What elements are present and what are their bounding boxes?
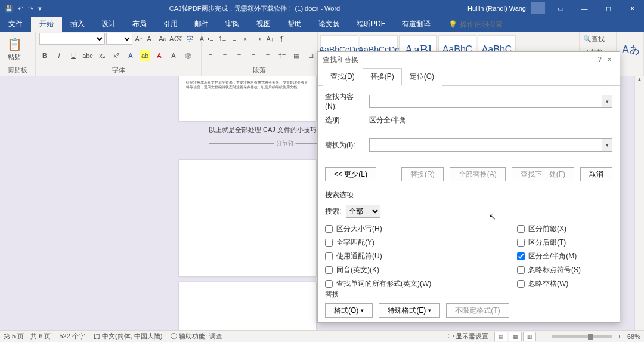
chk-fullhalf[interactable]: 区分全/半角(M) — [517, 251, 612, 261]
chk-whole-word[interactable]: 全字匹配(Y) — [325, 238, 517, 248]
tab-references[interactable]: 引用 — [155, 17, 186, 32]
chk-match-case[interactable]: 区分大小写(H) — [325, 224, 517, 234]
format-button[interactable]: 格式(O)▾ — [325, 303, 373, 318]
tab-help[interactable]: 帮助 — [279, 17, 310, 32]
bold-button[interactable]: B — [39, 50, 50, 61]
char-shading-button[interactable]: A — [168, 50, 179, 61]
strike-button[interactable]: abc — [82, 50, 93, 61]
sort-button[interactable]: A↓ — [265, 33, 275, 45]
find-next-button[interactable]: 查找下一处(F) — [512, 167, 574, 181]
tab-foxit[interactable]: 福昕PDF — [348, 17, 394, 32]
superscript-button[interactable]: x² — [111, 50, 122, 61]
tab-design[interactable]: 设计 — [93, 17, 124, 32]
chk-space[interactable]: 忽略空格(W) — [517, 279, 612, 289]
zoom-out-icon[interactable]: − — [542, 333, 546, 340]
less-button[interactable]: << 更少(L) — [325, 167, 376, 181]
indent-dec-button[interactable]: ⇤ — [241, 33, 252, 45]
show-marks-button[interactable]: ¶ — [277, 33, 287, 45]
redo-icon[interactable]: ↷ — [28, 5, 33, 13]
replace-one-button[interactable]: 替换(R) — [401, 167, 444, 181]
status-page[interactable]: 第 5 页，共 6 页 — [4, 332, 51, 341]
status-display-settings[interactable]: 🖵 显示器设置 — [447, 332, 488, 341]
chk-punct[interactable]: 忽略标点符号(S) — [517, 265, 612, 275]
status-accessibility[interactable]: ⓘ 辅助功能: 调查 — [171, 332, 222, 341]
dialog-close-icon[interactable]: ✕ — [604, 56, 615, 64]
borders-button[interactable]: ⊞ — [305, 50, 316, 61]
undo-icon[interactable]: ↶ — [18, 5, 23, 13]
special-button[interactable]: 特殊格式(E)▾ — [379, 303, 440, 318]
chk-sounds-like[interactable]: 同音(英文)(K) — [325, 265, 517, 275]
user-name[interactable]: Huilin (Randi) Wang — [463, 5, 531, 12]
text-effects-button[interactable]: A — [125, 50, 136, 61]
scroll-up-icon[interactable]: ▲ — [635, 76, 644, 86]
replace-with-dropdown-icon[interactable]: ▾ — [602, 138, 612, 152]
italic-button[interactable]: I — [54, 50, 64, 61]
tab-youdao[interactable]: 有道翻译 — [394, 17, 439, 32]
ribbon-display-icon[interactable]: ▭ — [549, 0, 572, 17]
paste-button[interactable]: 📋 粘贴 — [4, 33, 25, 66]
tab-mailings[interactable]: 邮件 — [186, 17, 217, 32]
search-dir-select[interactable]: 全部 — [346, 205, 380, 218]
user-avatar[interactable] — [531, 2, 545, 14]
zoom-in-icon[interactable]: + — [618, 333, 621, 340]
status-lang[interactable]: 🕮 中文(简体, 中国大陆) — [94, 332, 163, 341]
tab-insert[interactable]: 插入 — [62, 17, 93, 32]
save-icon[interactable]: 💾 — [5, 5, 13, 13]
tab-file[interactable]: 文件 — [0, 17, 31, 32]
underline-button[interactable]: U — [68, 50, 79, 61]
indent-inc-button[interactable]: ⇥ — [253, 33, 264, 45]
font-family-select[interactable] — [39, 33, 105, 45]
replace-with-input[interactable] — [369, 138, 602, 152]
line-spacing-button[interactable]: ‡≡ — [277, 50, 287, 61]
subscript-button[interactable]: x₂ — [97, 50, 107, 61]
align-justify-button[interactable]: ≡ — [248, 50, 259, 61]
find-what-input[interactable] — [369, 95, 602, 108]
zoom-slider[interactable] — [552, 335, 612, 338]
font-color-button[interactable]: A — [154, 50, 165, 61]
font-size-select[interactable] — [106, 33, 132, 45]
phonetic-button[interactable]: 字 — [184, 33, 195, 45]
qat-customize-icon[interactable]: ▾ — [38, 5, 42, 13]
tab-wenyang[interactable]: 论文扬 — [310, 17, 348, 32]
shrink-font-button[interactable]: A↓ — [145, 33, 156, 45]
zoom-level[interactable]: 68% — [627, 333, 640, 340]
translate-addin-button[interactable]: Aあ — [620, 33, 642, 66]
view-print-icon[interactable]: ▦ — [509, 332, 522, 341]
bullets-button[interactable]: •≡ — [205, 33, 216, 45]
align-left-button[interactable]: ≡ — [205, 50, 216, 61]
find-button[interactable]: 🔍 查找 — [583, 33, 605, 45]
change-case-button[interactable]: Aa — [157, 33, 168, 45]
align-right-button[interactable]: ≡ — [234, 50, 244, 61]
multilevel-button[interactable]: ≡ — [229, 33, 240, 45]
align-center-button[interactable]: ≡ — [219, 50, 230, 61]
minimize-icon[interactable]: — — [572, 0, 596, 17]
clear-format-button[interactable]: A⌫ — [169, 33, 183, 45]
tab-home[interactable]: 开始 — [31, 17, 62, 32]
highlight-button[interactable]: ab — [140, 50, 150, 61]
cancel-button[interactable]: 取消 — [580, 167, 612, 181]
numbering-button[interactable]: 1≡ — [217, 33, 228, 45]
dialog-titlebar[interactable]: 查找和替换 ? ✕ — [318, 52, 620, 67]
no-formatting-button[interactable]: 不限定格式(T) — [446, 303, 509, 318]
maximize-icon[interactable]: ◻ — [596, 0, 620, 17]
status-wordcount[interactable]: 522 个字 — [59, 332, 85, 341]
tab-review[interactable]: 审阅 — [217, 17, 248, 32]
chk-wildcards[interactable]: 使用通配符(U) — [325, 251, 517, 261]
tell-me[interactable]: 💡 — [448, 17, 519, 32]
find-what-dropdown-icon[interactable]: ▾ — [602, 95, 612, 108]
tab-layout[interactable]: 布局 — [124, 17, 155, 32]
vertical-scrollbar[interactable]: ▲ — [634, 76, 644, 330]
tell-me-input[interactable] — [460, 20, 519, 29]
dialog-help-icon[interactable]: ? — [595, 56, 604, 64]
grow-font-button[interactable]: A↑ — [134, 33, 144, 45]
close-icon[interactable]: ✕ — [620, 0, 644, 17]
shading-button[interactable]: ▦ — [291, 50, 302, 61]
tab-goto-dlg[interactable]: 定位(G) — [402, 68, 442, 86]
tab-view[interactable]: 视图 — [248, 17, 279, 32]
chk-prefix[interactable]: 区分前缀(X) — [517, 224, 612, 234]
tab-find-dlg[interactable]: 查找(D) — [323, 68, 363, 86]
distribute-button[interactable]: ≡ — [262, 50, 273, 61]
view-web-icon[interactable]: ▥ — [523, 332, 536, 341]
view-read-icon[interactable]: ▤ — [494, 332, 507, 341]
chk-suffix[interactable]: 区分后缀(T) — [517, 238, 612, 248]
